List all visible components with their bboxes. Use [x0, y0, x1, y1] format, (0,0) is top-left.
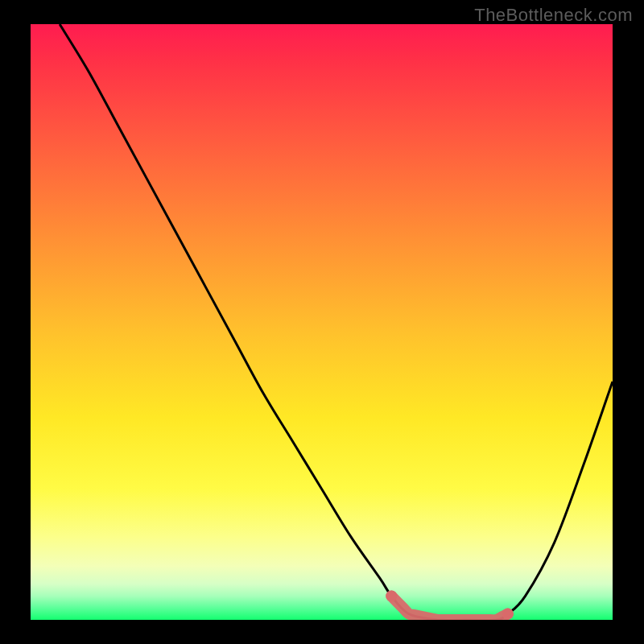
minimum-highlight-band [391, 596, 508, 620]
watermark-text: TheBottleneck.com [474, 5, 633, 26]
highlight-end-dot [502, 609, 514, 620]
chart-frame: TheBottleneck.com [0, 0, 644, 644]
chart-svg [31, 24, 613, 620]
bottleneck-curve-line [60, 24, 613, 620]
highlight-start-dot [386, 590, 397, 601]
plot-area [31, 24, 613, 620]
